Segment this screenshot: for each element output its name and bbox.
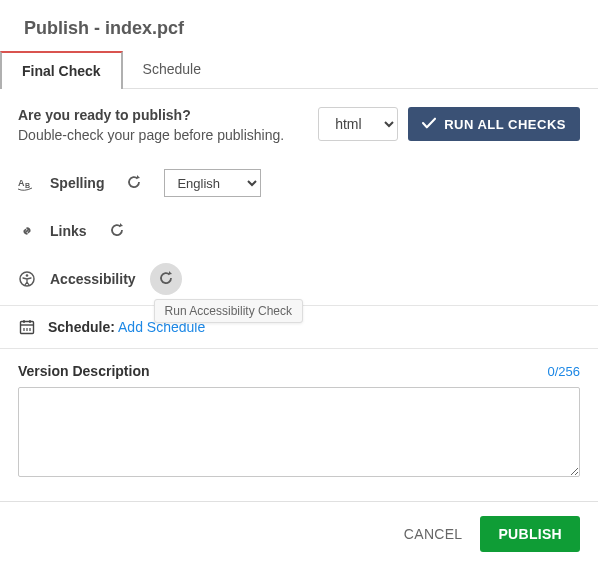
tab-final-check[interactable]: Final Check: [0, 51, 123, 89]
publish-button[interactable]: PUBLISH: [480, 516, 580, 552]
run-all-label: RUN ALL CHECKS: [444, 117, 566, 132]
svg-text:A: A: [18, 178, 25, 188]
link-icon: [18, 222, 36, 240]
run-all-checks-button[interactable]: RUN ALL CHECKS: [408, 107, 580, 141]
links-label: Links: [50, 223, 87, 239]
refresh-icon: [109, 222, 125, 241]
refresh-icon: [126, 174, 142, 193]
tabs: Final Check Schedule: [0, 51, 598, 89]
cancel-button[interactable]: CANCEL: [404, 526, 463, 542]
refresh-icon: [158, 270, 174, 289]
dialog-footer: CANCEL PUBLISH: [0, 501, 598, 566]
char-counter: 0/256: [547, 364, 580, 379]
svg-text:B: B: [25, 182, 30, 189]
check-icon: [422, 117, 436, 132]
spelling-label: Spelling: [50, 175, 104, 191]
svg-rect-4: [21, 322, 34, 334]
version-description-input[interactable]: [18, 387, 580, 477]
spelling-refresh-button[interactable]: [118, 167, 150, 199]
format-select[interactable]: html: [318, 107, 398, 141]
language-select[interactable]: English: [164, 169, 261, 197]
version-description-label: Version Description: [18, 363, 149, 379]
ready-subtext: Double-check your page before publishing…: [18, 127, 284, 143]
dialog-title: Publish - index.pcf: [0, 0, 598, 51]
ready-question: Are you ready to publish?: [18, 107, 284, 123]
links-refresh-button[interactable]: [101, 215, 133, 247]
accessibility-icon: [18, 270, 36, 288]
spellcheck-icon: AB: [18, 174, 36, 192]
calendar-icon: [18, 318, 36, 336]
accessibility-label: Accessibility: [50, 271, 136, 287]
schedule-label: Schedule:: [48, 319, 115, 335]
accessibility-refresh-button[interactable]: Run Accessibility Check: [150, 263, 182, 295]
tab-schedule[interactable]: Schedule: [123, 51, 221, 88]
svg-point-3: [26, 274, 29, 277]
accessibility-tooltip: Run Accessibility Check: [154, 299, 303, 323]
ready-text-block: Are you ready to publish? Double-check y…: [18, 107, 284, 143]
